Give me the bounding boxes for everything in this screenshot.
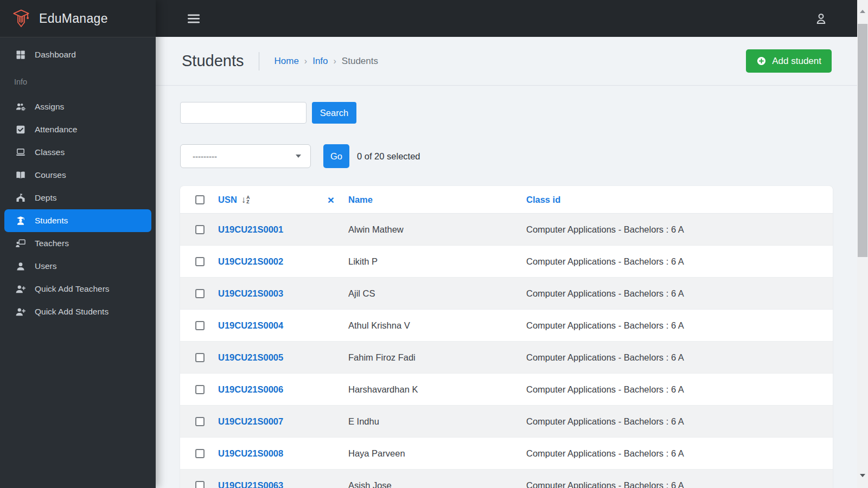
row-checkbox[interactable] — [195, 225, 205, 234]
main-content: Students Home›Info›Students Add student … — [156, 37, 857, 488]
content-area: Search --------- Go 0 of 20 selected USN… — [156, 102, 857, 488]
breadcrumb-separator: › — [304, 56, 307, 66]
sidebar: EduManage DashboardInfoAssignsAttendance… — [0, 0, 156, 488]
topbar — [156, 0, 857, 37]
school-icon — [14, 192, 27, 203]
sidebar-item-dashboard[interactable]: Dashboard — [4, 43, 151, 66]
sidebar-item-label: Quick Add Students — [35, 307, 108, 317]
table-row: U19CU21S0003 Ajil CS Computer Applicatio… — [180, 278, 833, 310]
student-name: Ajil CS — [342, 288, 520, 299]
sidebar-item-students[interactable]: Students — [4, 209, 151, 232]
sidebar-item-label: Assigns — [35, 102, 64, 112]
select-all-checkbox[interactable] — [195, 195, 205, 204]
scroll-down-icon — [860, 474, 865, 477]
usn-link[interactable]: U19CU21S0004 — [218, 320, 283, 331]
sidebar-item-assigns[interactable]: Assigns — [4, 95, 151, 118]
sidebar-item-label: Classes — [35, 147, 65, 157]
breadcrumb-separator: › — [334, 56, 336, 66]
title-divider — [259, 52, 259, 70]
student-name: Fahim Firoz Fadi — [342, 352, 520, 363]
class-id: Computer Applications - Bachelors : 6 A — [520, 256, 833, 267]
breadcrumb: Home›Info›Students — [274, 56, 378, 67]
hamburger-icon[interactable] — [188, 14, 200, 24]
action-select[interactable]: --------- — [180, 144, 311, 168]
student-name: Likith P — [342, 256, 520, 267]
usn-link[interactable]: U19CU21S0003 — [218, 288, 283, 299]
class-id: Computer Applications - Bachelors : 6 A — [520, 352, 833, 363]
scrollbar-thumb[interactable] — [858, 24, 867, 257]
chevron-down-icon — [296, 155, 301, 158]
row-checkbox[interactable] — [195, 449, 205, 458]
breadcrumb-home[interactable]: Home — [274, 56, 298, 67]
table-header-row: USN ↓ AZ × Name Class id — [180, 186, 833, 214]
row-checkbox[interactable] — [195, 257, 205, 266]
clear-sort-icon[interactable]: × — [328, 194, 334, 206]
page-header: Students Home›Info›Students Add student — [156, 37, 857, 86]
table-row: U19CU21S0008 Haya Parveen Computer Appli… — [180, 438, 833, 470]
class-id: Computer Applications - Bachelors : 6 A — [520, 448, 833, 459]
column-header-usn[interactable]: USN — [218, 195, 237, 205]
user-outline-icon[interactable] — [814, 11, 828, 26]
sidebar-item-label: Attendance — [35, 125, 77, 134]
sidebar-section-label: Info — [4, 78, 151, 86]
sort-alpha-down-icon[interactable]: ↓ AZ — [241, 195, 250, 204]
usn-link[interactable]: U19CU21S0005 — [218, 352, 283, 363]
sidebar-item-attendance[interactable]: Attendance — [4, 118, 151, 141]
usn-link[interactable]: U19CU21S0001 — [218, 224, 283, 235]
row-checkbox[interactable] — [195, 289, 205, 298]
row-checkbox[interactable] — [195, 417, 205, 426]
sidebar-item-classes[interactable]: Classes — [4, 141, 151, 164]
grid-icon — [14, 49, 27, 60]
usn-link[interactable]: U19CU21S0007 — [218, 416, 283, 427]
sidebar-item-quick-add-students[interactable]: Quick Add Students — [4, 300, 151, 323]
laptop-icon — [14, 147, 27, 158]
table-row: U19CU21S0063 Asish Jose Computer Applica… — [180, 470, 833, 488]
window-scrollbar[interactable] — [857, 0, 868, 488]
brand[interactable]: EduManage — [0, 0, 156, 37]
column-header-name[interactable]: Name — [348, 195, 373, 205]
sidebar-nav: DashboardInfoAssignsAttendanceClassesCou… — [0, 37, 156, 323]
search-input[interactable] — [180, 102, 307, 124]
student-name: Harshavardhan K — [342, 384, 520, 395]
search-button[interactable]: Search — [312, 102, 356, 124]
sidebar-item-label: Students — [35, 216, 68, 226]
sidebar-item-courses[interactable]: Courses — [4, 164, 151, 187]
breadcrumb-info[interactable]: Info — [312, 56, 328, 67]
scrollbar-down-button[interactable] — [857, 474, 868, 477]
student-name: Alwin Mathew — [342, 224, 520, 235]
sidebar-item-label: Teachers — [35, 239, 69, 248]
class-id: Computer Applications - Bachelors : 6 A — [520, 480, 833, 488]
usn-link[interactable]: U19CU21S0002 — [218, 256, 283, 267]
usn-link[interactable]: U19CU21S0008 — [218, 448, 283, 459]
scrollbar-up-button[interactable] — [857, 0, 868, 23]
class-id: Computer Applications - Bachelors : 6 A — [520, 224, 833, 235]
row-checkbox[interactable] — [195, 385, 205, 394]
user-icon — [14, 261, 27, 272]
table-row: U19CU21S0006 Harshavardhan K Computer Ap… — [180, 374, 833, 406]
column-header-class-id[interactable]: Class id — [526, 195, 560, 205]
user-plus-icon — [14, 284, 27, 294]
sidebar-item-quick-add-teachers[interactable]: Quick Add Teachers — [4, 278, 151, 300]
row-checkbox[interactable] — [195, 321, 205, 330]
student-name: Haya Parveen — [342, 448, 520, 459]
sidebar-item-teachers[interactable]: Teachers — [4, 232, 151, 255]
action-select-value: --------- — [193, 152, 217, 161]
row-checkbox[interactable] — [195, 353, 205, 362]
sidebar-item-label: Courses — [35, 170, 66, 180]
row-checkbox[interactable] — [195, 481, 205, 488]
sidebar-item-depts[interactable]: Depts — [4, 187, 151, 209]
table-body: U19CU21S0001 Alwin Mathew Computer Appli… — [180, 214, 833, 488]
user-plus-icon — [14, 306, 27, 317]
page-title: Students — [182, 52, 244, 70]
go-button[interactable]: Go — [323, 144, 349, 168]
usn-link[interactable]: U19CU21S0063 — [218, 480, 283, 488]
add-student-button[interactable]: Add student — [746, 49, 832, 73]
table-row: U19CU21S0001 Alwin Mathew Computer Appli… — [180, 214, 833, 246]
sidebar-item-users[interactable]: Users — [4, 255, 151, 278]
action-row: --------- Go 0 of 20 selected — [180, 144, 833, 168]
chalkboard-teacher-icon — [14, 238, 27, 249]
class-id: Computer Applications - Bachelors : 6 A — [520, 288, 833, 299]
table-row: U19CU21S0007 E Indhu Computer Applicatio… — [180, 406, 833, 438]
selection-status: 0 of 20 selected — [357, 151, 420, 162]
usn-link[interactable]: U19CU21S0006 — [218, 384, 283, 395]
